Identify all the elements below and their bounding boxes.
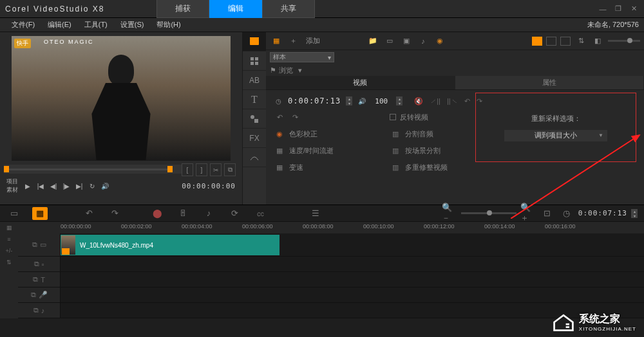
timeline-ruler[interactable]: 00:00:00:00 00:00:02:00 00:00:04:00 00:0… xyxy=(18,222,644,233)
next-frame-button[interactable]: |▶ xyxy=(61,180,72,192)
go-end-button[interactable]: ▶| xyxy=(73,180,85,192)
preview-video[interactable]: 快手 OTEO MAGIC xyxy=(12,36,231,161)
music-track-lane[interactable] xyxy=(61,303,644,318)
expand-button[interactable]: ⧉ xyxy=(224,163,236,176)
filter-video-icon[interactable]: ▭ xyxy=(383,35,396,47)
storyboard-view-button[interactable]: ▭ xyxy=(6,207,22,220)
redo-button[interactable]: ↷ xyxy=(107,207,122,220)
opt-tab-attr[interactable]: 属性 xyxy=(455,76,645,89)
cat-media-icon[interactable] xyxy=(243,32,266,51)
zoom-slider[interactable] xyxy=(461,212,516,214)
view-thumb-icon[interactable] xyxy=(532,37,542,46)
preview-scrubber[interactable] xyxy=(4,165,182,174)
view-grid-icon[interactable] xyxy=(560,37,571,46)
resample-dropdown[interactable]: 调到项目大小 xyxy=(504,130,607,141)
volume-field[interactable]: 100 xyxy=(372,97,391,105)
mark-in-button[interactable]: [ xyxy=(182,163,193,176)
voice-track-icon[interactable]: ⧉ xyxy=(31,291,36,299)
fadein-icon[interactable]: ⟋|| xyxy=(430,97,440,105)
loop-button[interactable]: ↻ xyxy=(86,180,98,192)
duration-field[interactable]: 0:00:07:13 xyxy=(288,96,341,105)
rotate-ccw-button[interactable]: ↶↷ xyxy=(274,112,370,122)
timeline-view-button[interactable]: ▦ xyxy=(32,207,48,220)
cat-transition-icon[interactable]: AB xyxy=(243,71,266,90)
minimize-button[interactable]: — xyxy=(598,4,608,14)
speed-button[interactable]: ▦速度/时间流逝 xyxy=(274,145,370,156)
subtitle-button[interactable]: ㏄ xyxy=(252,207,268,220)
prev-frame-button[interactable]: ◀| xyxy=(48,180,59,192)
filter-free-icon[interactable]: ◉ xyxy=(433,35,446,47)
dur-down[interactable]: ▾ xyxy=(346,101,352,105)
menu-file[interactable]: 文件(F) xyxy=(5,20,41,30)
vol-down[interactable]: ▾ xyxy=(396,101,402,105)
fadeout-icon[interactable]: ||⟍ xyxy=(447,97,458,105)
zoom-out-button[interactable]: 🔍－ xyxy=(442,207,457,220)
menu-edit[interactable]: 编辑(E) xyxy=(41,20,78,30)
opt-tab-video[interactable]: 视频 xyxy=(266,76,455,89)
tl-menu-icon[interactable]: ▦ xyxy=(3,223,15,232)
scene-split-button[interactable]: ▥按场景分割 xyxy=(390,145,480,156)
gallery-combo[interactable]: 样本▾ xyxy=(270,52,334,62)
view-list-icon[interactable] xyxy=(546,37,556,46)
menu-tools[interactable]: 工具(T) xyxy=(78,20,114,30)
mode-clip[interactable]: 素材 xyxy=(6,186,18,194)
title-track-icon[interactable]: ⧉ xyxy=(33,275,38,284)
browse-label[interactable]: 浏览 xyxy=(279,66,293,75)
fit-project-button[interactable]: ⊡ xyxy=(540,207,555,220)
music-track-icon[interactable]: ⧉ xyxy=(33,306,39,314)
multitrim-button[interactable]: ▥多重修整视频 xyxy=(390,162,480,172)
variable-speed-button[interactable]: ▦变速 xyxy=(274,162,370,172)
restore-button[interactable]: ❐ xyxy=(613,4,623,14)
preview-timecode[interactable]: 00:00:00:00 xyxy=(182,182,236,190)
zoom-in-button[interactable]: 🔍＋ xyxy=(520,207,536,220)
reverse-checkbox[interactable]: 反转视频 xyxy=(390,112,480,122)
volume-icon[interactable]: 🔊 xyxy=(99,180,111,192)
cat-path-icon[interactable] xyxy=(243,148,266,167)
tab-share[interactable]: 共享 xyxy=(262,0,315,18)
motion-button[interactable]: ⟳ xyxy=(227,207,242,220)
cat-filter-icon[interactable]: FX xyxy=(243,129,266,148)
auto-music-button[interactable]: ♪ xyxy=(201,207,216,220)
menu-settings[interactable]: 设置(S) xyxy=(114,20,151,30)
overlay-track-icon[interactable]: ⧉ xyxy=(34,260,39,268)
cat-title-icon[interactable]: T xyxy=(243,90,266,109)
mute-icon[interactable]: 🔇 xyxy=(414,97,423,105)
tab-edit[interactable]: 编辑 xyxy=(209,0,262,18)
folder-icon[interactable]: 📁 xyxy=(366,35,379,47)
video-track-lane[interactable]: W_10LfvwNs480_zh.mp4 xyxy=(61,233,644,256)
rotate-left-icon[interactable]: ↶ xyxy=(464,97,470,105)
sort-icon[interactable]: ⇅ xyxy=(574,35,587,47)
tab-capture[interactable]: 捕获 xyxy=(156,0,209,18)
close-button[interactable]: ✕ xyxy=(629,4,639,14)
tl-add-track-icon[interactable]: +/- xyxy=(3,246,15,255)
mode-project[interactable]: 项目 xyxy=(6,178,18,186)
cat-graphic-icon[interactable] xyxy=(243,109,266,129)
audio-mixer-button[interactable]: 🎚 xyxy=(175,207,191,220)
cat-instant-icon[interactable] xyxy=(243,51,266,71)
title-track-lane[interactable] xyxy=(61,272,644,287)
record-button[interactable]: ⬤ xyxy=(149,207,165,220)
tl-scroll-icon[interactable]: ⇅ xyxy=(3,258,15,267)
overlay-track-lane[interactable] xyxy=(61,257,644,271)
hide-panel-icon[interactable]: ◧ xyxy=(591,35,604,47)
mark-out-button[interactable]: ] xyxy=(196,163,207,176)
add-folder-button[interactable]: ＋ xyxy=(287,35,299,47)
go-start-button[interactable]: |◀ xyxy=(35,180,46,192)
play-button[interactable]: ▶ xyxy=(22,180,33,192)
filter-audio-icon[interactable]: ♪ xyxy=(417,35,430,47)
video-track-icon[interactable]: ⧉ xyxy=(32,241,37,249)
video-clip[interactable]: W_10LfvwNs480_zh.mp4 xyxy=(61,235,279,255)
show-media-icon[interactable]: ▦ xyxy=(270,35,283,47)
filter-photo-icon[interactable]: ▣ xyxy=(400,35,413,47)
vol-up[interactable]: ▴ xyxy=(396,96,402,101)
split-audio-button[interactable]: ▥分割音频 xyxy=(390,129,480,139)
tl-collapse-icon[interactable]: ≡ xyxy=(3,235,15,244)
volume-icon-2[interactable]: 🔊 xyxy=(357,96,366,105)
track-manager-button[interactable]: ☰ xyxy=(308,207,323,220)
menu-help[interactable]: 帮助(H) xyxy=(150,20,187,30)
dur-up[interactable]: ▴ xyxy=(346,96,352,101)
undo-button[interactable]: ↶ xyxy=(81,207,97,220)
cut-button[interactable]: ✂ xyxy=(210,163,222,176)
color-correction-button[interactable]: ◉色彩校正 xyxy=(274,129,370,139)
voice-track-lane[interactable] xyxy=(61,287,644,302)
